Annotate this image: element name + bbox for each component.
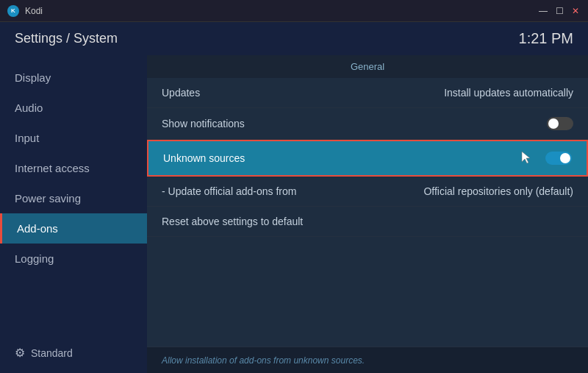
sidebar-item-input[interactable]: Input: [0, 123, 147, 153]
page-title: Settings / System: [15, 31, 118, 46]
minimize-button[interactable]: —: [538, 6, 548, 16]
titlebar-left: K Kodi: [7, 5, 43, 17]
setting-label-update-addons: - Update official add-ons from: [162, 185, 296, 197]
sidebar-item-display[interactable]: Display: [0, 63, 147, 93]
setting-label-unknown-sources: Unknown sources: [163, 152, 245, 164]
sidebar-footer-label: Standard: [31, 347, 73, 359]
app-container: Settings / System 1:21 PM Display Audio …: [0, 22, 588, 373]
settings-list: Updates Install updates automatically Sh…: [147, 78, 588, 347]
close-button[interactable]: ✕: [570, 6, 581, 16]
gear-icon: ⚙: [15, 346, 25, 360]
sidebar-item-logging[interactable]: Logging: [0, 244, 147, 274]
sidebar-item-audio[interactable]: Audio: [0, 93, 147, 123]
titlebar-title: Kodi: [25, 6, 43, 16]
content-area: Display Audio Input Internet access Powe…: [0, 55, 588, 373]
settings-footer-text: Allow installation of add-ons from unkno…: [162, 355, 365, 366]
toggle-unknown-sources[interactable]: [545, 152, 572, 165]
setting-row-show-notifications[interactable]: Show notifications: [147, 108, 588, 140]
toggle-show-notifications[interactable]: [547, 117, 573, 130]
header: Settings / System 1:21 PM: [0, 22, 588, 55]
setting-row-updates[interactable]: Updates Install updates automatically: [147, 78, 588, 108]
maximize-button[interactable]: ☐: [554, 6, 564, 16]
sidebar-item-power-saving[interactable]: Power saving: [0, 183, 147, 213]
setting-value-update-addons: Official repositories only (default): [423, 185, 573, 197]
setting-row-unknown-sources[interactable]: Unknown sources: [147, 140, 588, 177]
settings-footer: Allow installation of add-ons from unkno…: [147, 347, 588, 373]
app-icon: K: [7, 5, 19, 17]
titlebar: K Kodi — ☐ ✕: [0, 0, 588, 22]
sidebar: Display Audio Input Internet access Powe…: [0, 55, 147, 373]
sidebar-item-internet-access[interactable]: Internet access: [0, 153, 147, 183]
sidebar-footer[interactable]: ⚙ Standard: [0, 338, 147, 367]
section-header: General: [147, 55, 588, 78]
setting-label-show-notifications: Show notifications: [162, 118, 245, 129]
toggle-knob-show-notifications: [548, 118, 559, 129]
clock: 1:21 PM: [519, 30, 573, 47]
settings-panel: General Updates Install updates automati…: [147, 55, 588, 373]
setting-value-updates: Install updates automatically: [444, 87, 573, 99]
toggle-knob-unknown-sources: [560, 153, 570, 163]
setting-label-updates: Updates: [162, 87, 200, 99]
setting-row-reset-settings[interactable]: Reset above settings to default: [147, 207, 588, 237]
cursor-icon: [520, 150, 534, 166]
titlebar-controls: — ☐ ✕: [538, 6, 581, 16]
sidebar-item-add-ons[interactable]: Add-ons: [0, 213, 147, 244]
setting-label-reset-settings: Reset above settings to default: [162, 216, 303, 227]
setting-row-update-addons[interactable]: - Update official add-ons from Official …: [147, 177, 588, 207]
